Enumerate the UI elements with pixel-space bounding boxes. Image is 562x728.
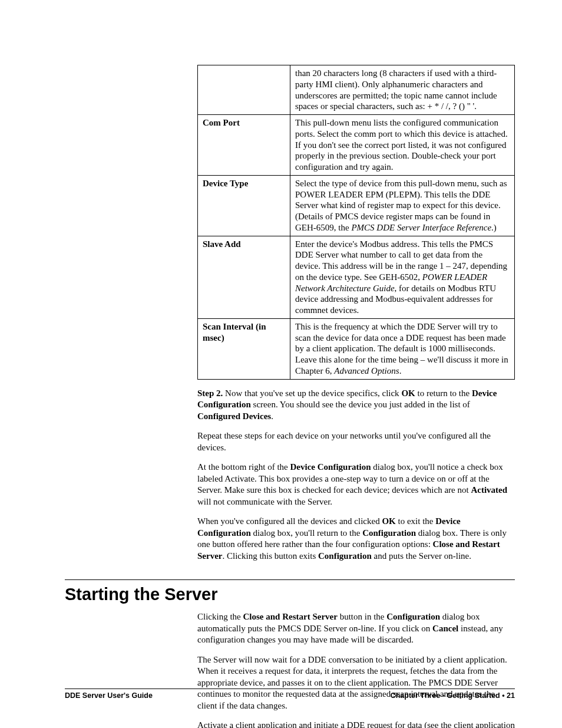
table-row: Slave Add Enter the device's Modbus addr… bbox=[198, 236, 515, 318]
table-row: Device Type Select the type of device fr… bbox=[198, 175, 515, 236]
cell-desc-devicetype: Select the type of device from this pull… bbox=[290, 175, 515, 236]
paragraph-repeat: Repeat these steps for each device on yo… bbox=[197, 430, 515, 453]
cell-desc-topic-continued: than 20 characters long (8 characters if… bbox=[290, 65, 515, 115]
table-row: than 20 characters long (8 characters if… bbox=[198, 65, 515, 115]
section-heading-starting-server: Starting the Server bbox=[65, 585, 515, 604]
paragraph-activate-checkbox: At the bottom right of the Device Config… bbox=[197, 462, 515, 508]
footer-right: Chapter Three - Getting Started • 21 bbox=[391, 691, 515, 700]
cell-label-blank bbox=[198, 65, 290, 115]
footer-left: DDE Server User's Guide bbox=[65, 691, 153, 700]
page-footer: DDE Server User's Guide Chapter Three - … bbox=[65, 689, 515, 700]
cell-label-devicetype: Device Type bbox=[198, 175, 290, 236]
section-divider bbox=[65, 579, 515, 580]
cell-desc-scaninterval: This is the frequency at which the DDE S… bbox=[290, 318, 515, 379]
paragraph-start3: Activate a client application and initia… bbox=[197, 720, 515, 728]
cell-desc-slaveadd: Enter the device's Modbus address. This … bbox=[290, 236, 515, 318]
cell-label-comport: Com Port bbox=[198, 115, 290, 176]
paragraph-start1: Clicking the Close and Restart Server bu… bbox=[197, 611, 515, 646]
cell-label-slaveadd: Slave Add bbox=[198, 236, 290, 318]
paragraph-close-restart: When you've configured all the devices a… bbox=[197, 516, 515, 562]
paragraph-step2: Step 2. Now that you've set up the devic… bbox=[197, 388, 515, 423]
cell-desc-comport: This pull-down menu lists the configured… bbox=[290, 115, 515, 176]
config-options-table: than 20 characters long (8 characters if… bbox=[197, 65, 515, 380]
table-row: Scan Interval (in msec) This is the freq… bbox=[198, 318, 515, 379]
cell-label-scaninterval: Scan Interval (in msec) bbox=[198, 318, 290, 379]
table-row: Com Port This pull-down menu lists the c… bbox=[198, 115, 515, 176]
paragraph-start2: The Server will now wait for a DDE conve… bbox=[197, 654, 515, 712]
